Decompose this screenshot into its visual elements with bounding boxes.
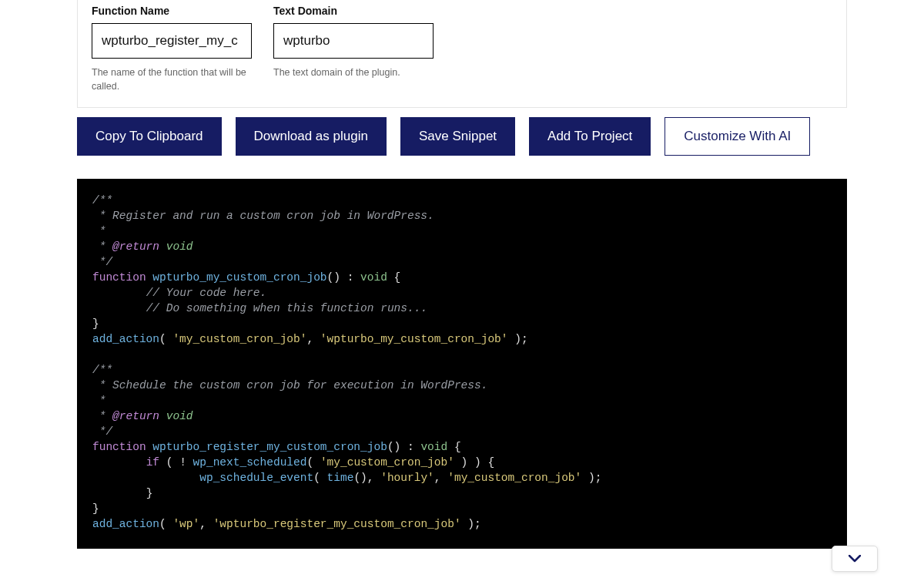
form-row: Function Name The name of the function t… (92, 0, 832, 93)
customize-with-ai-button[interactable]: Customize With AI (665, 117, 810, 156)
code-string: 'hourly' (380, 472, 434, 484)
code-call: wp_schedule_event (199, 472, 313, 484)
caret-down-icon (849, 555, 861, 563)
copy-to-clipboard-button[interactable]: Copy To Clipboard (77, 117, 222, 156)
code-line-comment: // Do something when this function runs.… (146, 302, 427, 314)
code-func-name: wpturbo_register_my_custom_cron_job (152, 441, 387, 453)
code-comment: * (92, 240, 112, 253)
floating-widget[interactable] (832, 546, 878, 572)
code-call: wp_next_scheduled (193, 456, 307, 469)
code-keyword: function (92, 441, 146, 453)
code-comment: */ (92, 256, 112, 268)
code-keyword: if (146, 456, 159, 469)
code-comment: * (92, 410, 112, 422)
code-call: add_action (92, 333, 159, 345)
code-string: 'my_custom_cron_job' (320, 456, 454, 469)
code-string: 'wp' (172, 518, 199, 530)
field-text-domain: Text Domain The text domain of the plugi… (273, 0, 434, 93)
save-snippet-button[interactable]: Save Snippet (400, 117, 515, 156)
code-comment: /** (92, 364, 112, 376)
field-function-name: Function Name The name of the function t… (92, 0, 252, 93)
code-string: 'my_custom_cron_job' (447, 472, 581, 484)
add-to-project-button[interactable]: Add To Project (529, 117, 651, 156)
function-name-label: Function Name (92, 5, 252, 17)
code-string: 'wpturbo_my_custom_cron_job' (320, 333, 508, 345)
code-line-comment: // Your code here. (146, 287, 267, 299)
code-void: void (166, 240, 193, 253)
code-comment: * Schedule the custom cron job for execu… (92, 379, 487, 391)
code-comment: * Register and run a custom cron job in … (92, 210, 434, 222)
code-string: 'wpturbo_register_my_custom_cron_job' (213, 518, 461, 530)
code-return: @return (112, 410, 159, 422)
function-name-hint: The name of the function that will be ca… (92, 66, 252, 93)
code-comment: * (92, 225, 105, 237)
download-as-plugin-button[interactable]: Download as plugin (236, 117, 387, 156)
code-call: add_action (92, 518, 159, 530)
code-call: time (327, 472, 354, 484)
code-comment: */ (92, 425, 112, 438)
code-return: @return (112, 240, 159, 253)
code-func-name: wpturbo_my_custom_cron_job (152, 271, 326, 284)
function-name-input[interactable] (92, 23, 252, 59)
code-comment: /** (92, 194, 112, 207)
code-void: void (166, 410, 193, 422)
button-row: Copy To Clipboard Download as plugin Sav… (77, 117, 847, 156)
text-domain-input[interactable] (273, 23, 434, 59)
text-domain-label: Text Domain (273, 5, 434, 17)
code-string: 'my_custom_cron_job' (172, 333, 306, 345)
code-preview: /** * Register and run a custom cron job… (77, 179, 847, 549)
form-panel: Function Name The name of the function t… (77, 0, 847, 108)
code-keyword: function (92, 271, 146, 284)
text-domain-hint: The text domain of the plugin. (273, 66, 434, 80)
code-comment: * (92, 395, 105, 407)
